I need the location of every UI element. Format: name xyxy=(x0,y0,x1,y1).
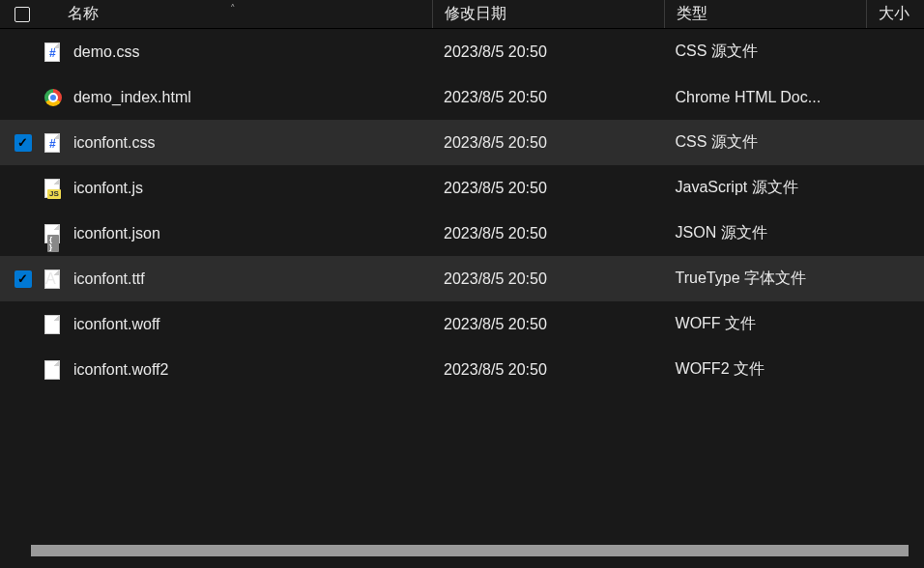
file-name-label: iconfont.json xyxy=(73,225,160,242)
row-checkbox-cell[interactable] xyxy=(0,316,37,333)
file-date-label: 2023/8/5 20:50 xyxy=(444,316,547,332)
file-type-label: JavaScript 源文件 xyxy=(676,179,798,195)
file-type-cell: TrueType 字体文件 xyxy=(664,269,867,289)
file-date-label: 2023/8/5 20:50 xyxy=(444,180,547,196)
file-name-cell[interactable]: JSiconfont.js xyxy=(37,178,432,199)
file-name-label: iconfont.ttf xyxy=(73,270,145,288)
file-name-cell[interactable]: Aiconfont.ttf xyxy=(37,269,432,290)
file-date-cell: 2023/8/5 20:50 xyxy=(432,225,664,242)
table-row[interactable]: #demo.css2023/8/5 20:50CSS 源文件 xyxy=(0,29,924,74)
file-type-label: JSON 源文件 xyxy=(676,224,767,241)
row-checkbox-cell[interactable] xyxy=(0,225,37,242)
row-checkbox[interactable]: ✓ xyxy=(14,134,32,152)
file-type-cell: JavaScript 源文件 xyxy=(664,178,867,198)
table-row[interactable]: iconfont.woff22023/8/5 20:50WOFF2 文件 xyxy=(0,347,924,392)
column-header-type[interactable]: 类型 xyxy=(664,0,867,28)
file-type-cell: Chrome HTML Doc... xyxy=(664,89,867,106)
json-file-icon: { } xyxy=(44,224,62,243)
row-checkbox[interactable]: ✓ xyxy=(14,270,32,288)
file-date-cell: 2023/8/5 20:50 xyxy=(432,43,664,61)
file-date-cell: 2023/8/5 20:50 xyxy=(432,361,664,379)
file-type-label: CSS 源文件 xyxy=(676,133,758,150)
file-name-label: iconfont.css xyxy=(73,134,155,152)
row-checkbox-cell[interactable] xyxy=(0,361,37,379)
row-checkbox-cell[interactable] xyxy=(0,43,37,61)
css-file-icon: # xyxy=(44,43,62,62)
row-checkbox-cell[interactable] xyxy=(0,89,37,106)
file-name-label: iconfont.woff2 xyxy=(73,361,168,379)
file-date-label: 2023/8/5 20:50 xyxy=(444,43,547,60)
file-type-label: TrueType 字体文件 xyxy=(676,270,806,286)
column-header-name-label: 名称 xyxy=(68,4,99,24)
file-name-cell[interactable]: { }iconfont.json xyxy=(37,223,432,244)
file-date-label: 2023/8/5 20:50 xyxy=(444,225,547,241)
file-type-cell: CSS 源文件 xyxy=(664,132,867,153)
table-row[interactable]: { }iconfont.json2023/8/5 20:50JSON 源文件 xyxy=(0,211,924,256)
horizontal-scrollbar[interactable] xyxy=(31,545,909,556)
file-date-cell: 2023/8/5 20:50 xyxy=(432,180,664,197)
file-name-label: demo_index.html xyxy=(73,89,191,106)
file-list: #demo.css2023/8/5 20:50CSS 源文件demo_index… xyxy=(0,29,924,392)
file-type-cell: CSS 源文件 xyxy=(664,42,867,62)
file-date-cell: 2023/8/5 20:50 xyxy=(432,316,664,333)
file-name-label: iconfont.js xyxy=(73,180,143,197)
file-type-label: WOFF2 文件 xyxy=(676,360,765,377)
file-date-label: 2023/8/5 20:50 xyxy=(444,89,547,105)
select-all-checkbox[interactable] xyxy=(14,7,30,22)
row-checkbox-cell[interactable]: ✓ xyxy=(0,134,37,152)
font-file-icon: A xyxy=(44,270,62,289)
column-header-type-label: 类型 xyxy=(677,4,707,24)
file-type-label: CSS 源文件 xyxy=(676,43,758,59)
file-date-cell: 2023/8/5 20:50 xyxy=(432,270,664,288)
file-name-cell[interactable]: demo_index.html xyxy=(37,87,432,108)
column-header-name[interactable]: 名称 ˄ xyxy=(37,0,432,28)
table-row[interactable]: JSiconfont.js2023/8/5 20:50JavaScript 源文… xyxy=(0,165,924,211)
file-date-cell: 2023/8/5 20:50 xyxy=(432,89,664,106)
file-type-cell: JSON 源文件 xyxy=(664,223,867,243)
js-file-icon: JS xyxy=(44,179,62,198)
generic-file-icon xyxy=(44,360,62,380)
file-date-label: 2023/8/5 20:50 xyxy=(444,361,547,378)
file-name-cell[interactable]: #demo.css xyxy=(37,42,432,63)
column-header-date[interactable]: 修改日期 xyxy=(432,0,663,28)
table-row[interactable]: ✓#iconfont.css2023/8/5 20:50CSS 源文件 xyxy=(0,120,924,165)
file-type-label: Chrome HTML Doc... xyxy=(676,89,822,105)
row-checkbox-cell[interactable]: ✓ xyxy=(0,270,37,288)
file-type-label: WOFF 文件 xyxy=(676,315,757,331)
table-row[interactable]: iconfont.woff2023/8/5 20:50WOFF 文件 xyxy=(0,301,924,347)
file-type-cell: WOFF2 文件 xyxy=(664,359,867,380)
file-name-label: demo.css xyxy=(73,43,139,61)
file-name-cell[interactable]: iconfont.woff2 xyxy=(37,359,432,381)
file-date-label: 2023/8/5 20:50 xyxy=(444,134,547,151)
table-row[interactable]: demo_index.html2023/8/5 20:50Chrome HTML… xyxy=(0,74,924,120)
file-date-label: 2023/8/5 20:50 xyxy=(444,270,547,287)
file-date-cell: 2023/8/5 20:50 xyxy=(432,134,664,152)
file-name-label: iconfont.woff xyxy=(73,316,160,333)
column-header-size-label: 大小 xyxy=(879,4,910,24)
column-header-size[interactable]: 大小 xyxy=(866,0,924,28)
column-header-row: 名称 ˄ 修改日期 类型 大小 xyxy=(0,0,924,29)
table-row[interactable]: ✓Aiconfont.ttf2023/8/5 20:50TrueType 字体文… xyxy=(0,256,924,301)
file-name-cell[interactable]: #iconfont.css xyxy=(37,132,432,154)
generic-file-icon xyxy=(44,315,62,334)
css-file-icon: # xyxy=(44,133,62,153)
chrome-icon xyxy=(44,89,62,106)
select-all-cell[interactable] xyxy=(0,7,37,22)
column-header-date-label: 修改日期 xyxy=(445,4,506,24)
sort-ascending-icon: ˄ xyxy=(230,3,236,15)
row-checkbox-cell[interactable] xyxy=(0,180,37,197)
file-type-cell: WOFF 文件 xyxy=(664,314,867,334)
file-name-cell[interactable]: iconfont.woff xyxy=(37,314,432,335)
